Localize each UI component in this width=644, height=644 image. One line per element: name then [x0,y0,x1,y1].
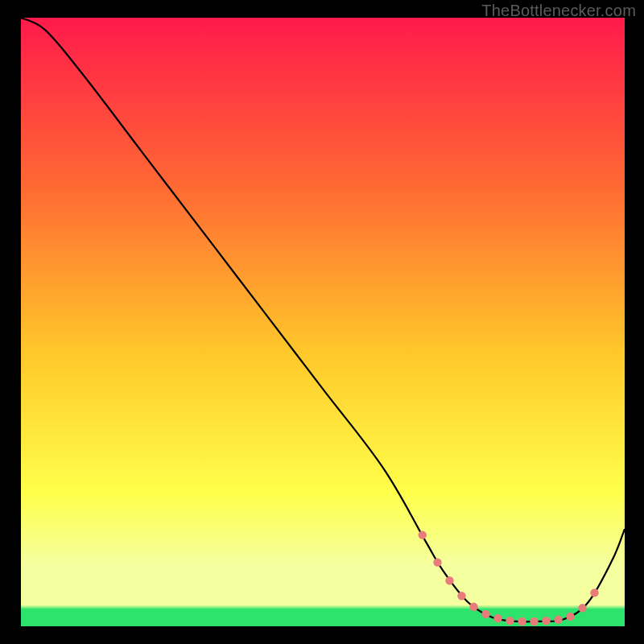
marker-dot [578,604,586,612]
marker-dot [518,617,526,625]
bottleneck-chart [0,0,644,644]
marker-dot [590,588,598,597]
marker-dot [433,558,441,566]
marker-dot [554,615,562,623]
watermark-text: TheBottlenecker.com [481,2,636,20]
marker-dot [481,610,489,618]
marker-dot [566,613,574,621]
chart-container: TheBottlenecker.com [0,0,644,644]
marker-dot [493,614,502,622]
heatmap-background [21,18,625,626]
marker-dot [469,603,477,611]
marker-dot [445,576,453,584]
marker-dot [419,530,427,539]
marker-dot [542,617,550,625]
marker-dot [530,617,538,625]
marker-dot [457,592,465,600]
marker-dot [506,617,514,625]
